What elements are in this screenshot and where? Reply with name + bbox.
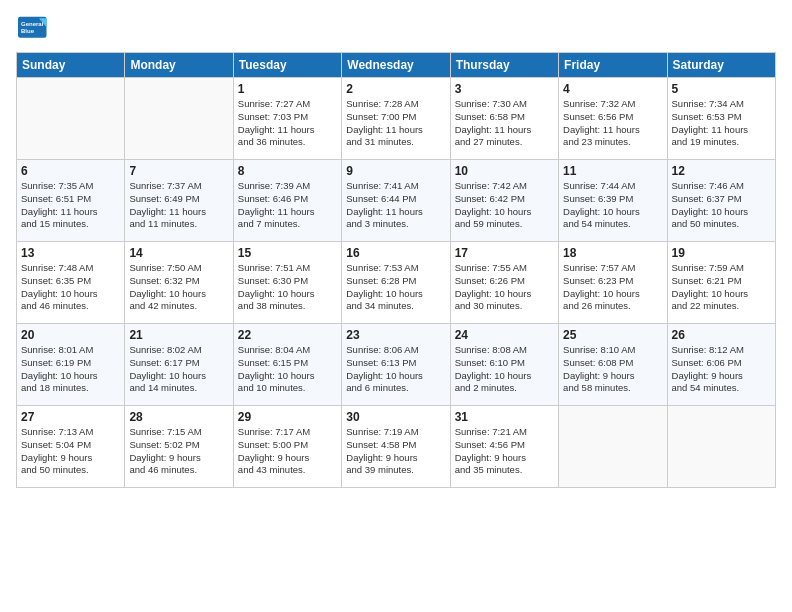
day-number: 9 <box>346 164 445 178</box>
day-cell <box>667 406 775 488</box>
day-number: 2 <box>346 82 445 96</box>
header-cell-tuesday: Tuesday <box>233 53 341 78</box>
day-info: Sunrise: 7:17 AM Sunset: 5:00 PM Dayligh… <box>238 426 337 477</box>
day-number: 28 <box>129 410 228 424</box>
day-info: Sunrise: 7:51 AM Sunset: 6:30 PM Dayligh… <box>238 262 337 313</box>
day-cell: 9Sunrise: 7:41 AM Sunset: 6:44 PM Daylig… <box>342 160 450 242</box>
day-cell: 17Sunrise: 7:55 AM Sunset: 6:26 PM Dayli… <box>450 242 558 324</box>
day-info: Sunrise: 7:21 AM Sunset: 4:56 PM Dayligh… <box>455 426 554 477</box>
day-info: Sunrise: 7:50 AM Sunset: 6:32 PM Dayligh… <box>129 262 228 313</box>
day-cell: 29Sunrise: 7:17 AM Sunset: 5:00 PM Dayli… <box>233 406 341 488</box>
svg-text:General: General <box>21 21 44 27</box>
day-cell: 30Sunrise: 7:19 AM Sunset: 4:58 PM Dayli… <box>342 406 450 488</box>
day-number: 26 <box>672 328 771 342</box>
day-cell: 16Sunrise: 7:53 AM Sunset: 6:28 PM Dayli… <box>342 242 450 324</box>
day-info: Sunrise: 7:41 AM Sunset: 6:44 PM Dayligh… <box>346 180 445 231</box>
week-row-0: 1Sunrise: 7:27 AM Sunset: 7:03 PM Daylig… <box>17 78 776 160</box>
day-number: 24 <box>455 328 554 342</box>
day-info: Sunrise: 7:42 AM Sunset: 6:42 PM Dayligh… <box>455 180 554 231</box>
day-number: 10 <box>455 164 554 178</box>
header-row: SundayMondayTuesdayWednesdayThursdayFrid… <box>17 53 776 78</box>
day-number: 8 <box>238 164 337 178</box>
day-cell: 22Sunrise: 8:04 AM Sunset: 6:15 PM Dayli… <box>233 324 341 406</box>
day-number: 19 <box>672 246 771 260</box>
day-number: 12 <box>672 164 771 178</box>
day-number: 21 <box>129 328 228 342</box>
day-number: 23 <box>346 328 445 342</box>
day-info: Sunrise: 7:39 AM Sunset: 6:46 PM Dayligh… <box>238 180 337 231</box>
day-cell <box>17 78 125 160</box>
day-info: Sunrise: 8:08 AM Sunset: 6:10 PM Dayligh… <box>455 344 554 395</box>
day-number: 4 <box>563 82 662 96</box>
header-cell-sunday: Sunday <box>17 53 125 78</box>
day-number: 11 <box>563 164 662 178</box>
day-cell: 15Sunrise: 7:51 AM Sunset: 6:30 PM Dayli… <box>233 242 341 324</box>
week-row-3: 20Sunrise: 8:01 AM Sunset: 6:19 PM Dayli… <box>17 324 776 406</box>
day-cell: 23Sunrise: 8:06 AM Sunset: 6:13 PM Dayli… <box>342 324 450 406</box>
day-info: Sunrise: 7:46 AM Sunset: 6:37 PM Dayligh… <box>672 180 771 231</box>
day-number: 31 <box>455 410 554 424</box>
day-info: Sunrise: 8:02 AM Sunset: 6:17 PM Dayligh… <box>129 344 228 395</box>
day-cell: 3Sunrise: 7:30 AM Sunset: 6:58 PM Daylig… <box>450 78 558 160</box>
day-number: 5 <box>672 82 771 96</box>
calendar-table: SundayMondayTuesdayWednesdayThursdayFrid… <box>16 52 776 488</box>
day-cell: 13Sunrise: 7:48 AM Sunset: 6:35 PM Dayli… <box>17 242 125 324</box>
day-info: Sunrise: 8:04 AM Sunset: 6:15 PM Dayligh… <box>238 344 337 395</box>
header-cell-monday: Monday <box>125 53 233 78</box>
day-cell: 21Sunrise: 8:02 AM Sunset: 6:17 PM Dayli… <box>125 324 233 406</box>
day-cell: 24Sunrise: 8:08 AM Sunset: 6:10 PM Dayli… <box>450 324 558 406</box>
day-number: 7 <box>129 164 228 178</box>
day-info: Sunrise: 8:06 AM Sunset: 6:13 PM Dayligh… <box>346 344 445 395</box>
header-cell-wednesday: Wednesday <box>342 53 450 78</box>
day-info: Sunrise: 7:13 AM Sunset: 5:04 PM Dayligh… <box>21 426 120 477</box>
day-info: Sunrise: 7:35 AM Sunset: 6:51 PM Dayligh… <box>21 180 120 231</box>
day-cell: 7Sunrise: 7:37 AM Sunset: 6:49 PM Daylig… <box>125 160 233 242</box>
day-info: Sunrise: 7:27 AM Sunset: 7:03 PM Dayligh… <box>238 98 337 149</box>
day-number: 17 <box>455 246 554 260</box>
day-info: Sunrise: 7:37 AM Sunset: 6:49 PM Dayligh… <box>129 180 228 231</box>
day-info: Sunrise: 7:15 AM Sunset: 5:02 PM Dayligh… <box>129 426 228 477</box>
logo-icon: General Blue <box>18 16 48 40</box>
day-info: Sunrise: 7:19 AM Sunset: 4:58 PM Dayligh… <box>346 426 445 477</box>
day-cell: 1Sunrise: 7:27 AM Sunset: 7:03 PM Daylig… <box>233 78 341 160</box>
calendar-body: 1Sunrise: 7:27 AM Sunset: 7:03 PM Daylig… <box>17 78 776 488</box>
day-cell: 31Sunrise: 7:21 AM Sunset: 4:56 PM Dayli… <box>450 406 558 488</box>
day-cell: 11Sunrise: 7:44 AM Sunset: 6:39 PM Dayli… <box>559 160 667 242</box>
day-cell: 5Sunrise: 7:34 AM Sunset: 6:53 PM Daylig… <box>667 78 775 160</box>
calendar-header: SundayMondayTuesdayWednesdayThursdayFrid… <box>17 53 776 78</box>
week-row-2: 13Sunrise: 7:48 AM Sunset: 6:35 PM Dayli… <box>17 242 776 324</box>
day-info: Sunrise: 7:30 AM Sunset: 6:58 PM Dayligh… <box>455 98 554 149</box>
week-row-4: 27Sunrise: 7:13 AM Sunset: 5:04 PM Dayli… <box>17 406 776 488</box>
day-number: 22 <box>238 328 337 342</box>
day-info: Sunrise: 7:57 AM Sunset: 6:23 PM Dayligh… <box>563 262 662 313</box>
day-cell: 6Sunrise: 7:35 AM Sunset: 6:51 PM Daylig… <box>17 160 125 242</box>
day-info: Sunrise: 8:12 AM Sunset: 6:06 PM Dayligh… <box>672 344 771 395</box>
day-cell: 18Sunrise: 7:57 AM Sunset: 6:23 PM Dayli… <box>559 242 667 324</box>
day-cell: 8Sunrise: 7:39 AM Sunset: 6:46 PM Daylig… <box>233 160 341 242</box>
day-info: Sunrise: 7:28 AM Sunset: 7:00 PM Dayligh… <box>346 98 445 149</box>
header-cell-saturday: Saturday <box>667 53 775 78</box>
day-info: Sunrise: 7:34 AM Sunset: 6:53 PM Dayligh… <box>672 98 771 149</box>
day-number: 20 <box>21 328 120 342</box>
day-cell: 4Sunrise: 7:32 AM Sunset: 6:56 PM Daylig… <box>559 78 667 160</box>
day-number: 14 <box>129 246 228 260</box>
day-number: 15 <box>238 246 337 260</box>
header-cell-thursday: Thursday <box>450 53 558 78</box>
day-number: 1 <box>238 82 337 96</box>
day-number: 6 <box>21 164 120 178</box>
day-number: 16 <box>346 246 445 260</box>
day-info: Sunrise: 7:44 AM Sunset: 6:39 PM Dayligh… <box>563 180 662 231</box>
week-row-1: 6Sunrise: 7:35 AM Sunset: 6:51 PM Daylig… <box>17 160 776 242</box>
day-cell: 14Sunrise: 7:50 AM Sunset: 6:32 PM Dayli… <box>125 242 233 324</box>
day-number: 27 <box>21 410 120 424</box>
day-number: 13 <box>21 246 120 260</box>
day-info: Sunrise: 8:10 AM Sunset: 6:08 PM Dayligh… <box>563 344 662 395</box>
day-info: Sunrise: 8:01 AM Sunset: 6:19 PM Dayligh… <box>21 344 120 395</box>
day-cell: 2Sunrise: 7:28 AM Sunset: 7:00 PM Daylig… <box>342 78 450 160</box>
day-cell: 28Sunrise: 7:15 AM Sunset: 5:02 PM Dayli… <box>125 406 233 488</box>
header-cell-friday: Friday <box>559 53 667 78</box>
page: General Blue SundayMondayTuesdayWednesda… <box>0 0 792 498</box>
svg-text:Blue: Blue <box>21 28 35 34</box>
day-info: Sunrise: 7:55 AM Sunset: 6:26 PM Dayligh… <box>455 262 554 313</box>
day-cell <box>125 78 233 160</box>
